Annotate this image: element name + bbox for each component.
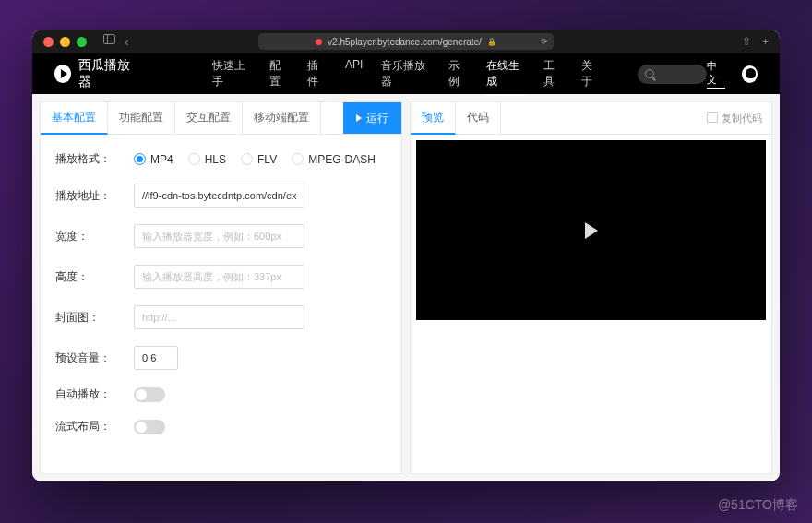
nav-item[interactable]: 音乐播放器	[381, 54, 430, 93]
radio-icon	[188, 153, 200, 165]
format-radio-option[interactable]: HLS	[188, 153, 226, 166]
watermark: @51CTO博客	[718, 497, 798, 514]
titlebar: ‹ v2.h5player.bytedance.com/generate/ 🔒 …	[32, 30, 780, 53]
logo[interactable]: 西瓜播放器	[54, 57, 138, 90]
poster-label: 封面图：	[55, 310, 134, 326]
nav-item[interactable]: 插件	[307, 54, 327, 93]
poster-input[interactable]	[134, 305, 304, 329]
logo-icon	[54, 65, 71, 83]
autoplay-label: 自动播放：	[55, 386, 134, 402]
copy-code-button[interactable]: 复制代码	[699, 102, 771, 134]
back-button[interactable]: ‹	[125, 34, 129, 49]
browser-window: ‹ v2.h5player.bytedance.com/generate/ 🔒 …	[32, 30, 780, 481]
autoplay-toggle[interactable]	[134, 387, 165, 402]
play-icon	[356, 114, 362, 122]
video-preview-area	[411, 135, 771, 473]
url-input[interactable]	[134, 184, 304, 208]
video-play-button[interactable]	[585, 222, 598, 239]
preview-tab[interactable]: 代码	[456, 102, 501, 134]
volume-label: 预设音量：	[55, 351, 134, 366]
config-tab[interactable]: 移动端配置	[243, 102, 321, 134]
format-radio-option[interactable]: FLV	[241, 153, 277, 166]
radio-label: MP4	[150, 153, 173, 166]
language-switch[interactable]: 中文	[707, 59, 725, 89]
nav-item[interactable]: 快速上手	[212, 54, 251, 93]
nav-item[interactable]: 配置	[269, 54, 289, 93]
config-tabs: 基本配置功能配置交互配置移动端配置 运行	[41, 102, 401, 135]
new-tab-icon[interactable]: +	[762, 35, 769, 48]
nav-item[interactable]: 在线生成	[486, 54, 525, 93]
nav-item[interactable]: 关于	[581, 54, 601, 93]
radio-label: FLV	[257, 153, 277, 166]
format-radio-group: MP4HLSFLVMPEG-DASH	[134, 153, 387, 166]
format-radio-option[interactable]: MP4	[134, 153, 173, 166]
height-label: 高度：	[55, 269, 134, 285]
nav-item[interactable]: 工具	[543, 54, 563, 93]
copy-label: 复制代码	[722, 112, 762, 125]
nav-item[interactable]: API	[345, 54, 363, 93]
config-tab[interactable]: 功能配置	[108, 102, 175, 134]
github-icon[interactable]	[742, 65, 758, 83]
site-header: 西瓜播放器 快速上手配置插件API音乐播放器示例在线生成工具关于 中文	[32, 53, 780, 94]
content-area: 基本配置功能配置交互配置移动端配置 运行 播放格式： MP4HLSFLVMPEG…	[32, 94, 780, 481]
nav-item[interactable]: 示例	[448, 54, 468, 93]
run-button[interactable]: 运行	[343, 102, 401, 134]
format-label: 播放格式：	[55, 151, 134, 167]
width-input[interactable]	[134, 224, 304, 248]
config-tab[interactable]: 交互配置	[175, 102, 243, 134]
preview-tabs: 预览代码 复制代码	[411, 102, 771, 135]
video-player[interactable]	[416, 140, 766, 320]
url-label: 播放地址：	[55, 188, 134, 204]
config-form: 播放格式： MP4HLSFLVMPEG-DASH 播放地址： 宽度： 高	[41, 135, 401, 468]
width-label: 宽度：	[55, 229, 134, 244]
search-icon	[645, 69, 654, 78]
fluid-toggle[interactable]	[134, 420, 165, 434]
config-tab[interactable]: 基本配置	[41, 102, 108, 135]
product-name: 西瓜播放器	[78, 57, 137, 90]
height-input[interactable]	[134, 265, 304, 289]
address-bar[interactable]: v2.h5player.bytedance.com/generate/ 🔒 ⟳	[258, 33, 554, 50]
main-nav: 快速上手配置插件API音乐播放器示例在线生成工具关于	[212, 54, 601, 93]
sidebar-toggle-icon[interactable]	[103, 34, 115, 44]
share-icon[interactable]: ⇧	[742, 35, 751, 48]
url-text: v2.h5player.bytedance.com/generate/	[328, 37, 482, 47]
maximize-window-button[interactable]	[77, 37, 87, 47]
format-radio-option[interactable]: MPEG-DASH	[292, 153, 376, 166]
minimize-window-button[interactable]	[60, 37, 70, 47]
copy-icon	[709, 113, 718, 123]
radio-icon	[241, 153, 253, 165]
preview-tab[interactable]: 预览	[411, 102, 456, 135]
radio-label: HLS	[205, 153, 226, 166]
preview-panel: 预览代码 复制代码	[410, 101, 772, 474]
close-window-button[interactable]	[43, 37, 54, 47]
search-input[interactable]	[638, 65, 707, 84]
volume-input[interactable]	[134, 346, 178, 370]
refresh-icon[interactable]: ⟳	[541, 37, 548, 46]
config-panel: 基本配置功能配置交互配置移动端配置 运行 播放格式： MP4HLSFLVMPEG…	[40, 101, 402, 474]
run-label: 运行	[366, 111, 388, 126]
radio-icon	[134, 153, 146, 165]
radio-icon	[292, 153, 304, 165]
lock-icon: 🔒	[487, 38, 496, 46]
radio-label: MPEG-DASH	[308, 153, 376, 166]
security-indicator-icon	[316, 39, 322, 45]
fluid-label: 流式布局：	[55, 419, 134, 434]
traffic-lights	[43, 37, 87, 47]
